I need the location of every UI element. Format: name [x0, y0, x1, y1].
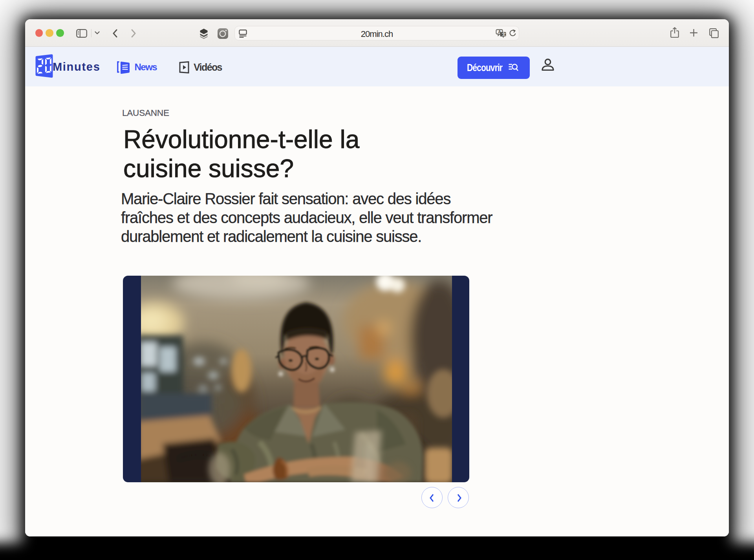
svg-text:文: 文: [502, 31, 506, 36]
